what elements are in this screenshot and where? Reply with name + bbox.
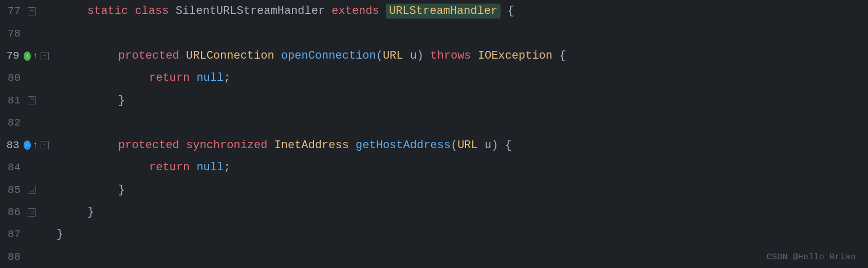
token-close-brace-2: } [118, 184, 125, 196]
gutter-row-83: 83 ○ ↑ − [0, 134, 51, 156]
code-line-84: return null; [149, 156, 868, 178]
fold-icon-79[interactable]: − [41, 52, 49, 60]
gutter-icon-79[interactable]: ! ↑ [24, 51, 38, 61]
line-number-85: 85 [0, 184, 25, 196]
code-line-80: return null; [149, 67, 868, 89]
watermark: CSDN @Hello_Brian [767, 252, 856, 262]
gutter-row-85: 85 □ [0, 178, 51, 201]
gutter-icon-86[interactable]: □ [25, 208, 39, 217]
token-param-type-2: URL [457, 139, 485, 152]
token-return-1: return [149, 72, 196, 84]
code-line-86: } [87, 201, 868, 223]
token-paren-close-1: ) [417, 49, 430, 62]
code-editor: 77 − 78 79 ! ↑ − 80 81 [0, 0, 868, 268]
breakpoint-icon-79[interactable]: ! [24, 51, 31, 61]
code-content: static class SilentURLStreamHandler exte… [51, 0, 868, 268]
gutter-row-82: 82 [0, 112, 51, 134]
code-line-82 [57, 112, 868, 134]
line-number-80: 80 [0, 72, 25, 84]
token-param-1: u [410, 49, 417, 62]
line-number-79: 79 [0, 50, 24, 62]
line-number-81: 81 [0, 95, 25, 106]
line-number-86: 86 [0, 206, 25, 218]
token-semi-1: ; [224, 72, 230, 84]
fold-gutter-79[interactable]: − [38, 52, 51, 60]
token-brace-open: { [501, 5, 514, 17]
token-synchronized: synchronized [186, 139, 274, 152]
line-number-83: 83 [0, 139, 24, 151]
fold-icon-85[interactable]: □ [28, 186, 36, 194]
token-null-2: null [196, 161, 224, 174]
token-param-2: u [485, 139, 491, 152]
gutter-icon-85[interactable]: □ [25, 186, 39, 194]
gutter-row-80: 80 [0, 67, 51, 89]
gutter-icon-77[interactable]: − [25, 7, 39, 15]
fold-icon-83[interactable]: − [41, 141, 49, 149]
code-line-81: } [118, 90, 868, 112]
token-return-2: return [149, 161, 196, 174]
code-line-85: } [118, 178, 868, 201]
token-method-1: openConnection [281, 49, 376, 62]
arrow-up-icon-83: ↑ [33, 140, 38, 150]
code-line-87: } [57, 223, 868, 245]
token-return-type-2: InetAddress [274, 139, 356, 152]
token-classname: SilentURLStreamHandler [176, 5, 332, 17]
token-class: class [135, 5, 175, 17]
token-return-type-1: URLConnection [186, 49, 281, 62]
line-number-78: 78 [0, 28, 25, 40]
gutter-row-84: 84 [0, 156, 51, 178]
code-line-88 [57, 246, 868, 268]
token-protected-1: protected [118, 49, 186, 62]
token-paren-open-1: ( [376, 49, 383, 62]
code-line-83: protected synchronized InetAddress getHo… [118, 134, 868, 156]
line-number-88: 88 [0, 251, 25, 263]
gutter-row-77: 77 − [0, 0, 51, 22]
fold-gutter-83[interactable]: − [38, 141, 51, 149]
token-close-brace-4: } [57, 228, 63, 241]
line-gutter: 77 − 78 79 ! ↑ − 80 81 [0, 0, 51, 268]
fold-icon-77[interactable]: − [28, 7, 36, 15]
gutter-row-86: 86 □ [0, 201, 51, 223]
fold-icon-81[interactable]: □ [28, 96, 36, 104]
line-number-84: 84 [0, 162, 25, 173]
token-extends: extends [331, 5, 386, 17]
code-line-79: protected URLConnection openConnection(U… [118, 45, 868, 67]
gutter-row-81: 81 □ [0, 90, 51, 112]
token-throws-1: throws [430, 49, 477, 62]
token-brace-1: { [559, 49, 566, 62]
gutter-row-88: 88 [0, 246, 51, 268]
line-number-82: 82 [0, 117, 25, 129]
code-line-77: static class SilentURLStreamHandler exte… [87, 0, 868, 22]
gutter-row-87: 87 [0, 223, 51, 245]
gutter-icon-81[interactable]: □ [25, 96, 39, 104]
line-number-87: 87 [0, 228, 25, 240]
token-method-2: getHostAddress [356, 139, 451, 152]
token-paren-open-2: ( [451, 139, 457, 152]
gutter-icon-83[interactable]: ○ ↑ [24, 140, 38, 150]
code-line-78 [57, 22, 868, 44]
token-static: static [87, 5, 135, 17]
line-number-77: 77 [0, 5, 25, 17]
gutter-row-78: 78 [0, 22, 51, 44]
fold-icon-86[interactable]: □ [28, 208, 36, 217]
token-close-brace-1: } [118, 94, 125, 107]
token-semi-2: ; [224, 161, 230, 174]
token-parent-class: URLStreamHandler [386, 4, 501, 19]
breakpoint-icon-83[interactable]: ○ [24, 140, 31, 150]
token-param-type-1: URL [383, 49, 410, 62]
token-null-1: null [196, 72, 224, 84]
token-close-brace-3: } [87, 206, 94, 219]
arrow-up-icon-79: ↑ [33, 51, 38, 61]
token-paren-close-2: ) { [491, 139, 512, 152]
token-protected-2: protected [118, 139, 186, 152]
gutter-row-79: 79 ! ↑ − [0, 45, 51, 67]
token-exception-1: IOException [478, 49, 559, 62]
